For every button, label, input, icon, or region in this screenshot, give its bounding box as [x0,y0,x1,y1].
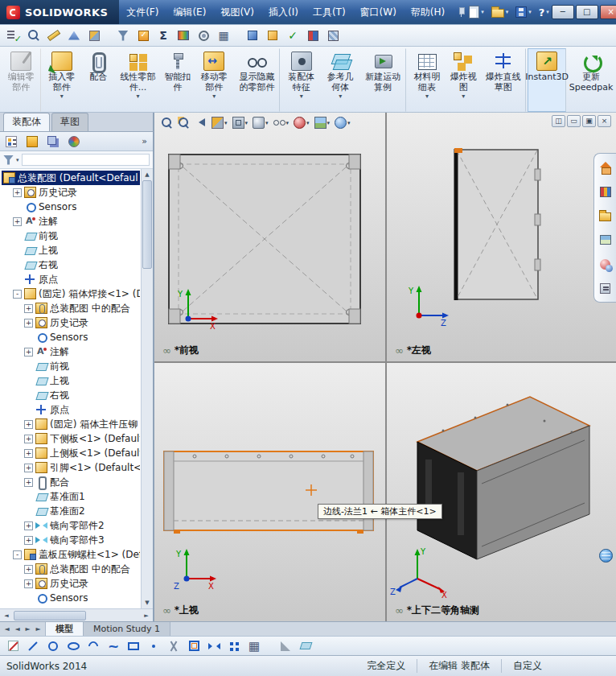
tree-item[interactable]: + 镜向零部件2 [2,518,140,533]
task-pane-button[interactable] [597,183,614,200]
command-manager-tab[interactable]: 装配体 [3,113,50,131]
menu-item[interactable]: 工具(T) [306,0,353,24]
tree-item[interactable]: + 配合 [2,475,140,489]
task-pane-button[interactable] [597,207,614,225]
tree-item[interactable]: 原点 [2,402,140,417]
quick-access-button[interactable]: ▾ [489,3,511,21]
tree-item[interactable]: + 引脚<1> (Default<(D [2,460,140,475]
dropdown-arrow-icon[interactable]: ▾ [286,120,290,126]
maximize-icon[interactable]: □ [576,5,598,19]
sketch-tool-button[interactable] [225,638,243,654]
command-button[interactable]: 显示隐藏的零部件 [233,48,280,112]
scroll-up-icon[interactable]: ▲ [142,169,153,180]
tree-item[interactable]: - 盖板压铆螺柱<1> (Defau [2,547,140,562]
manager-tab[interactable] [65,134,83,150]
command-button[interactable]: 装配体特征 ▾ [281,48,321,112]
toolbar-button[interactable] [84,26,104,45]
dropdown-arrow-icon[interactable]: ▾ [546,9,549,15]
heads-up-button[interactable]: ▾ [292,115,311,130]
manager-tab[interactable] [23,134,41,150]
task-pane-button[interactable] [597,231,614,249]
sketch-tool-button[interactable] [24,638,42,654]
toolbar-button[interactable] [243,26,262,45]
tree-item[interactable]: 前视 [2,229,140,243]
quick-access-button[interactable]: ▾ [513,3,534,21]
tree-item[interactable]: + 上侧板<1> (Default< [2,446,140,460]
dropdown-arrow-icon[interactable]: ▾ [306,120,310,126]
tree-item[interactable]: + 下侧板<1> (Default< [2,431,140,446]
tree-item[interactable]: + 历史记录 [2,576,140,591]
viewport-front-view[interactable]: Y X ∞*前视 [154,113,385,361]
menu-item[interactable]: 编辑(E) [166,0,213,24]
scrollbar-track[interactable] [142,269,153,597]
dropdown-arrow-icon[interactable]: ▾ [506,9,509,15]
command-button[interactable]: 新建运动算例 [360,48,406,112]
task-pane-button[interactable] [597,279,614,297]
status-item[interactable]: 在编辑 装配体 [417,659,501,673]
sketch-tool-button[interactable] [205,638,223,654]
menu-item[interactable]: 视图(V) [213,0,261,24]
menu-item[interactable]: 插入(I) [261,0,306,24]
filter-input[interactable] [22,154,150,166]
minimize-icon[interactable]: ─ [552,5,574,19]
tree-item[interactable]: 原点 [2,272,140,286]
task-pane-button[interactable] [597,159,614,176]
panel-overflow-button[interactable]: » [138,136,150,146]
pane-split-icon[interactable]: ◫ [552,115,565,127]
status-item[interactable]: 自定义 [501,659,553,673]
command-button[interactable]: Instant3D [528,48,566,112]
sketch-tool-button[interactable] [84,638,102,654]
expand-toggle-icon[interactable]: + [24,478,33,487]
heads-up-button[interactable]: ▾ [251,115,270,130]
expand-toggle-icon[interactable]: + [24,565,33,574]
tree-item-root[interactable]: 总装配图 (Default<Defaul [2,171,140,185]
sketch-tool-button[interactable] [245,638,263,654]
command-manager-tab[interactable]: 草图 [51,113,88,131]
tree-item[interactable]: + 历史记录 [2,315,140,330]
sketch-tool-button[interactable] [297,638,314,654]
manager-tab[interactable] [44,134,62,150]
tree-item[interactable]: Sensors [2,200,140,214]
last-tab-icon[interactable]: ► [34,625,43,633]
tree-item[interactable]: 基准面2 [2,504,140,518]
toolbar-button[interactable] [44,26,64,45]
study-tab[interactable]: Motion Study 1 [84,622,170,636]
dropdown-arrow-icon[interactable]: ▾ [347,120,351,126]
expand-toggle-icon[interactable]: + [24,521,33,530]
tree-item[interactable]: + (固定) 箱体主件压铆 [2,417,140,431]
dropdown-arrow-icon[interactable]: ▾ [212,93,216,100]
expand-toggle-icon[interactable]: + [24,348,33,357]
command-button[interactable]: 智能扣件 [161,48,195,112]
scrollbar-thumb[interactable] [14,611,86,620]
toolbar-button[interactable] [323,26,343,45]
menu-item[interactable]: 文件(F) [119,0,166,24]
filter-funnel-icon[interactable] [3,155,14,165]
sketch-tool-button[interactable] [64,638,82,654]
tree-item[interactable]: 上视 [2,373,140,388]
sketch-tool-button[interactable] [277,638,294,654]
scrollbar-thumb[interactable] [142,180,152,269]
dropdown-arrow-icon[interactable]: ▾ [265,120,269,126]
toolbar-button[interactable] [24,26,43,45]
pane-maximize-icon[interactable]: ▣ [582,115,596,127]
viewport-left-view[interactable]: Y Z ∞*左视 [387,113,616,361]
dropdown-arrow-icon[interactable]: ▾ [327,120,331,126]
graphics-area[interactable]: Y X ∞*前视 [154,113,616,621]
tree-item[interactable]: Sensors [2,330,140,344]
dropdown-arrow-icon[interactable]: ▾ [339,93,342,100]
sketch-tool-button[interactable] [125,638,142,654]
tree-horizontal-scrollbar[interactable]: ◄ ► [0,608,153,621]
sketch-tool-button[interactable] [4,638,22,654]
command-button[interactable]: 编辑零部件 [2,48,41,112]
command-button[interactable]: 材料明细表 ▾ [408,48,447,112]
tree-item[interactable]: Sensors [2,591,140,605]
expand-toggle-icon[interactable]: + [24,536,33,545]
command-button[interactable]: 爆炸直线草图 [480,48,526,112]
heads-up-button[interactable]: ▾ [231,115,250,130]
expand-toggle-icon[interactable]: + [24,319,33,328]
quick-access-button[interactable]: ▾ [536,3,552,21]
expand-toggle-icon[interactable]: + [24,449,33,458]
dropdown-arrow-icon[interactable]: ▾ [528,9,532,15]
scroll-down-icon[interactable]: ▼ [142,597,153,608]
tree-item[interactable]: + 注解 [2,344,140,359]
